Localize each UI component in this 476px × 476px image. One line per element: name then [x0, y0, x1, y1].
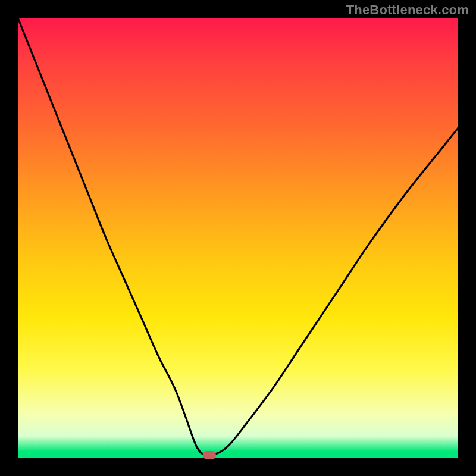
outer-frame: TheBottleneck.com [0, 0, 476, 476]
bottleneck-curve-path [18, 18, 458, 455]
minimum-marker [203, 451, 216, 459]
curve-svg [18, 18, 458, 458]
watermark-text: TheBottleneck.com [346, 2, 469, 18]
plot-area [18, 18, 458, 458]
